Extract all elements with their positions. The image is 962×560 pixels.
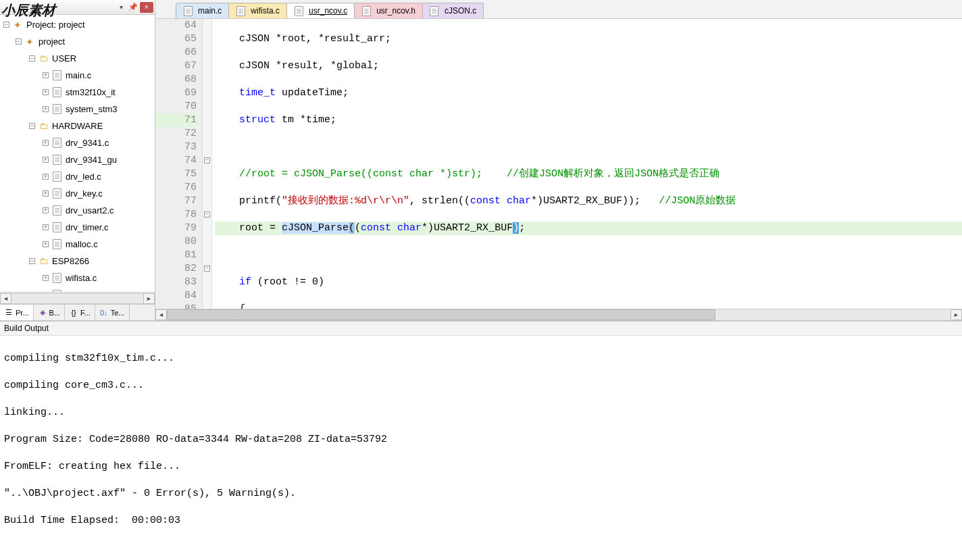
folder-icon: 🗀	[38, 256, 49, 267]
folder-icon: 🗀	[38, 53, 49, 64]
project-tree[interactable]: −✦Project: project −✦project −🗀USER +mai…	[0, 15, 155, 292]
cfile-icon	[182, 5, 193, 16]
expander-icon[interactable]: −	[29, 123, 35, 129]
line-number: 79	[155, 222, 197, 235]
expander-icon[interactable]: +	[43, 190, 49, 197]
scroll-right-icon[interactable]: ►	[143, 293, 155, 304]
code-body[interactable]: cJSON *root, *result_arr; cJSON *result,…	[212, 19, 962, 309]
editor-hscroll[interactable]: ◄ ►	[155, 309, 962, 320]
expander-icon[interactable]: +	[43, 174, 49, 180]
expander-icon[interactable]: +	[43, 207, 49, 213]
tree-label: drv_key.c	[64, 186, 103, 202]
code-editor[interactable]: 64 65 66 67 68 69 70 71 72 73 74 75 76 7…	[155, 19, 962, 309]
close-icon[interactable]: ×	[140, 2, 153, 13]
expander-icon[interactable]: −	[29, 55, 35, 61]
project-tab-icon: ☰	[4, 308, 14, 317]
tab-usr-ncov-h[interactable]: usr_ncov.h	[354, 3, 423, 18]
tree-folder-esp8266[interactable]: −🗀ESP8266	[0, 253, 155, 270]
line-number: 78	[155, 208, 197, 222]
tab-label: usr_ncov.c	[309, 6, 347, 16]
tree-label: drv_usart2.c	[64, 203, 114, 219]
tab-wifista-c[interactable]: wifista.c	[228, 3, 287, 18]
line-number: 84	[155, 289, 197, 303]
tree-file[interactable]: +drv_9341.c	[0, 134, 155, 151]
fold-icon[interactable]: −	[204, 157, 210, 163]
build-output-title: Build Output	[0, 322, 962, 336]
expander-icon[interactable]: +	[43, 241, 49, 247]
expander-icon[interactable]: +	[43, 106, 49, 112]
scroll-thumb[interactable]	[167, 309, 715, 320]
cfile-icon	[51, 205, 62, 216]
expander-icon[interactable]: −	[29, 258, 35, 264]
scroll-left-icon[interactable]: ◄	[0, 293, 11, 304]
line-number: 64	[155, 19, 197, 32]
tree-label: malloc.c	[64, 236, 98, 253]
tree-label: project	[37, 34, 65, 50]
tab-project[interactable]: ☰Pr...	[0, 305, 34, 320]
expander-icon[interactable]: −	[16, 39, 22, 45]
tree-file[interactable]: +drv_timer.c	[0, 219, 155, 236]
expander-icon[interactable]: +	[43, 140, 49, 146]
tree-label: cJSON.c	[64, 287, 100, 292]
line-number: 75	[155, 168, 197, 181]
tree-file[interactable]: +drv_usart2.c	[0, 202, 155, 219]
cfile-icon	[51, 104, 62, 115]
tree-project[interactable]: −✦project	[0, 33, 155, 50]
build-line: FromELF: creating hex file...	[4, 460, 958, 474]
tab-functions[interactable]: {}F...	[65, 305, 95, 320]
tree-file[interactable]: +stm32f10x_it	[0, 84, 155, 101]
tab-usr-ncov-c[interactable]: usr_ncov.c	[286, 3, 355, 18]
code-line: time_t updateTime;	[215, 86, 962, 100]
tree-root[interactable]: −✦Project: project	[0, 16, 155, 33]
expander-icon[interactable]: +	[43, 275, 49, 281]
scroll-track[interactable]	[11, 293, 143, 304]
tab-label: main.c	[198, 6, 222, 16]
tab-label: Pr...	[16, 309, 29, 317]
tree-label: drv_timer.c	[64, 220, 109, 236]
expander-icon[interactable]: +	[43, 157, 49, 163]
tree-file[interactable]: +malloc.c	[0, 236, 155, 253]
fold-icon[interactable]: −	[204, 211, 210, 218]
tree-folder-user[interactable]: −🗀USER	[0, 50, 155, 67]
tree-file[interactable]: +drv_led.c	[0, 168, 155, 185]
scroll-right-icon[interactable]: ►	[951, 309, 962, 320]
tab-cjson-c[interactable]: cJSON.c	[422, 3, 484, 18]
tab-templates[interactable]: 0↓Te...	[95, 305, 130, 320]
scroll-left-icon[interactable]: ◄	[155, 309, 167, 320]
cfile-icon	[51, 155, 62, 166]
build-line: linking...	[4, 406, 958, 419]
expander-icon[interactable]: +	[43, 224, 49, 230]
line-number: 83	[155, 276, 197, 289]
expander-icon[interactable]: +	[43, 89, 49, 95]
code-line-current: root = cJSON_Parse((const char*)USART2_R…	[215, 222, 962, 235]
tree-file[interactable]: +system_stm3	[0, 101, 155, 118]
cfile-icon	[429, 5, 440, 16]
fold-column[interactable]: − − −	[203, 19, 212, 309]
tree-file[interactable]: +main.c	[0, 67, 155, 84]
tab-main-c[interactable]: main.c	[176, 3, 229, 18]
tree-file[interactable]: +drv_key.c	[0, 185, 155, 202]
tree-file[interactable]: +wifista.c	[0, 270, 155, 286]
expander-icon[interactable]: +	[43, 72, 49, 78]
tree-file[interactable]: +drv_9341_gu	[0, 151, 155, 168]
expander-icon[interactable]: −	[3, 22, 9, 28]
panel-dropdown-icon[interactable]: ▾	[116, 2, 126, 13]
tab-books[interactable]: ◈B...	[34, 305, 66, 320]
cfile-icon	[51, 239, 62, 250]
code-line	[215, 249, 962, 262]
pin-icon[interactable]: 📌	[128, 2, 138, 13]
tree-label: drv_9341.c	[64, 135, 109, 151]
tab-label: usr_ncov.h	[376, 6, 415, 16]
cfile-icon	[51, 273, 62, 284]
line-number: 68	[155, 73, 197, 86]
scroll-track[interactable]	[167, 309, 951, 320]
tree-folder-hardware[interactable]: −🗀HARDWARE	[0, 118, 155, 134]
line-number: 69	[155, 86, 197, 100]
project-panel: ▾ 📌 × −✦Project: project −✦project −🗀USE…	[0, 0, 155, 320]
cfile-icon	[51, 222, 62, 233]
build-output-body[interactable]: compiling stm32f10x_tim.c... compiling c…	[0, 336, 962, 560]
tree-file[interactable]: +cJSON.c	[0, 286, 155, 292]
tree-hscroll[interactable]: ◄►	[0, 292, 155, 304]
fold-icon[interactable]: −	[204, 265, 210, 272]
code-line: cJSON *result, *global;	[215, 59, 962, 73]
